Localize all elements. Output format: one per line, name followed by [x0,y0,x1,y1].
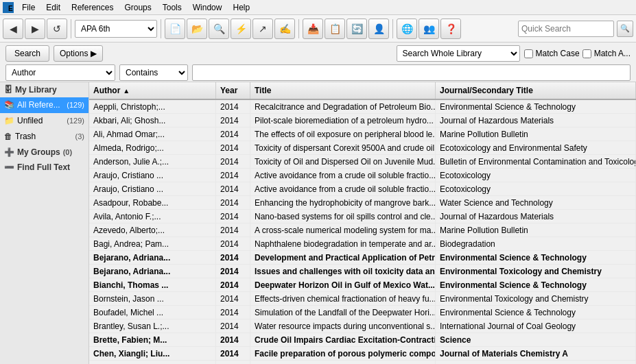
table-row[interactable]: Azevedo, Alberto;... 2014 A cross-scale … [89,223,636,237]
trash-icon: 🗑 [4,132,12,141]
td-journal: Journal of Materials Chemistry A [436,347,636,360]
match-case-checkbox[interactable] [524,49,533,58]
td-author: Avila, Antonio F.;... [89,210,216,223]
table-row[interactable]: Bianchi, Thomas ... 2014 Deepwater Horiz… [89,278,636,292]
sidebar-item-all-refs[interactable]: 📚 All Refere... (129) [0,97,89,113]
unfiled-label: Unfiled [17,116,64,125]
search-value-input[interactable] [192,64,631,81]
my-library-icon: 🗄 [4,85,12,95]
td-year: 2014 [216,100,250,113]
search-button[interactable]: Search [5,45,49,62]
td-author: Bejarano, Adriana... [89,265,216,278]
td-journal: Science [436,333,636,346]
td-author: Ali, Ahmad Omar;... [89,128,216,141]
td-author: Araujo, Cristiano ... [89,182,216,195]
table-row[interactable]: Aeppli, Christoph;... 2014 Recalcitrance… [89,100,636,114]
search-row-bottom: Author Contains [5,64,631,81]
menu-file[interactable]: File [16,1,40,14]
table-row[interactable]: Akbari, Ali; Ghosh... 2014 Pilot-scale b… [89,114,636,128]
pdf-button[interactable]: 📋 [325,19,345,39]
table-row[interactable]: Avila, Antonio F.;... 2014 Nano-based sy… [89,210,636,223]
table-row[interactable]: Araujo, Cristiano ... 2014 Active avoida… [89,169,636,182]
td-title: Facile preparation of porous polymeric c… [250,347,436,360]
menu-window[interactable]: Window [187,1,228,14]
new-ref-button[interactable]: 📄 [165,19,185,39]
td-year: 2014 [216,333,250,346]
th-year[interactable]: Year [216,82,250,99]
sidebar-find-full-text-header[interactable]: ➖ Find Full Text [0,160,89,175]
back-button[interactable]: ◀ [3,19,23,39]
search-field-dropdown[interactable]: Author [5,64,115,81]
options-label: Options [60,49,88,58]
td-journal: Environmental Toxicology and Chemistry [436,292,636,305]
table-row[interactable]: Araujo, Cristiano ... 2014 Active avoida… [89,182,636,196]
menu-tools[interactable]: Tools [157,1,187,14]
td-journal: Biodegradation [436,237,636,250]
match-case-area: Match Case Match A... [524,49,631,58]
import-button[interactable]: 📥 [303,19,323,39]
menu-groups[interactable]: Groups [119,1,156,14]
th-author[interactable]: Author ▲ [89,82,216,99]
separator-4 [392,19,393,38]
sort-arrow-icon: ▲ [123,87,130,95]
find-full-text-button[interactable]: ⚡ [231,19,251,39]
td-year: 2014 [216,169,250,182]
table-row[interactable]: Bagi, Andrea; Pam... 2014 Naphthalene bi… [89,237,636,251]
menu-edit[interactable]: Edit [40,1,66,14]
sidebar-item-trash[interactable]: 🗑 Trash (3) [0,129,89,145]
share-button[interactable]: 👤 [368,19,389,39]
td-journal: Journal of Hazardous Materials [436,114,636,127]
match-attr-checkbox[interactable] [582,49,591,58]
menu-references[interactable]: References [66,1,119,14]
export-button[interactable]: ↗ [252,19,273,39]
quick-search-go-button[interactable]: 🔍 [617,21,633,37]
td-title: Enhancing the hydrophobicity of mangrove… [250,196,436,209]
th-title[interactable]: Title [250,82,436,99]
help-button[interactable]: ❓ [440,19,461,39]
td-title: Deepwater Horizon Oil in Gulf of Mexico … [250,278,436,291]
table-row[interactable]: Bejarano, Adriana... 2014 Issues and cha… [89,265,636,278]
th-journal[interactable]: Journal/Secondary Title [436,82,636,99]
td-year: 2014 [216,292,250,305]
search-scope-dropdown[interactable]: Search Whole Library [397,45,520,62]
table-row[interactable]: Anderson, Julie A.;... 2014 Toxicity of … [89,155,636,169]
table-row[interactable]: Cohen, Jonathan ... 2014 Effects of Disp… [89,361,636,364]
find-button[interactable]: 🔍 [209,19,229,39]
forward-button[interactable]: ▶ [25,19,45,39]
td-year: 2014 [216,319,250,332]
table-row[interactable]: Asadpour, Robabe... 2014 Enhancing the h… [89,196,636,210]
table-body: Aeppli, Christoph;... 2014 Recalcitrance… [89,100,636,364]
table-row[interactable]: Almeda, Rodrigo;... 2014 Toxicity of dis… [89,141,636,155]
table-row[interactable]: Brette, Fabien; M... 2014 Crude Oil Impa… [89,333,636,347]
table-row[interactable]: Boufadel, Michel ... 2014 Simulation of … [89,306,636,319]
separator-3 [298,19,299,38]
open-lib-button[interactable]: 📂 [187,19,207,39]
td-title: Toxicity of Oil and Dispersed Oil on Juv… [250,155,436,168]
table-row[interactable]: Brantley, Susan L.;... 2014 Water resour… [89,319,636,333]
my-groups-count: (0) [63,148,72,156]
citation-style-dropdown[interactable]: APA 6th [75,20,157,38]
cite-button[interactable]: ✍ [274,19,295,39]
connection-button[interactable]: 🌐 [397,19,417,39]
options-button[interactable]: Options ▶ [54,45,103,62]
separator-1 [71,19,71,38]
find-full-text-label: Find Full Text [17,162,70,172]
all-refs-count: (129) [67,101,84,109]
quick-search-input[interactable] [518,21,614,37]
td-year: 2014 [216,347,250,360]
all-refs-label: All Refere... [17,100,64,110]
sync-button[interactable]: 🔄 [346,19,367,39]
sidebar-my-library-header[interactable]: 🗄 My Library [0,82,89,97]
table-row[interactable]: Chen, Xiangli; Liu... 2014 Facile prepar… [89,347,636,361]
table-row[interactable]: Bornstein, Jason ... 2014 Effects-driven… [89,292,636,306]
groups-button[interactable]: 👥 [419,19,439,39]
table-row[interactable]: Ali, Ahmad Omar;... 2014 The effects of … [89,128,636,141]
sidebar-item-unfiled[interactable]: 📁 Unfiled (129) [0,113,89,129]
search-operator-dropdown[interactable]: Contains [119,64,188,81]
refresh-button[interactable]: ↺ [47,19,67,39]
td-journal: International Journal of Coal Geology [436,319,636,332]
table-row[interactable]: Bejarano, Adriana... 2014 Development an… [89,251,636,265]
sidebar-my-groups-header[interactable]: ➕ My Groups (0) [0,145,89,160]
menu-help[interactable]: Help [227,1,255,14]
td-title: Active avoidance from a crude oil solubl… [250,182,436,195]
